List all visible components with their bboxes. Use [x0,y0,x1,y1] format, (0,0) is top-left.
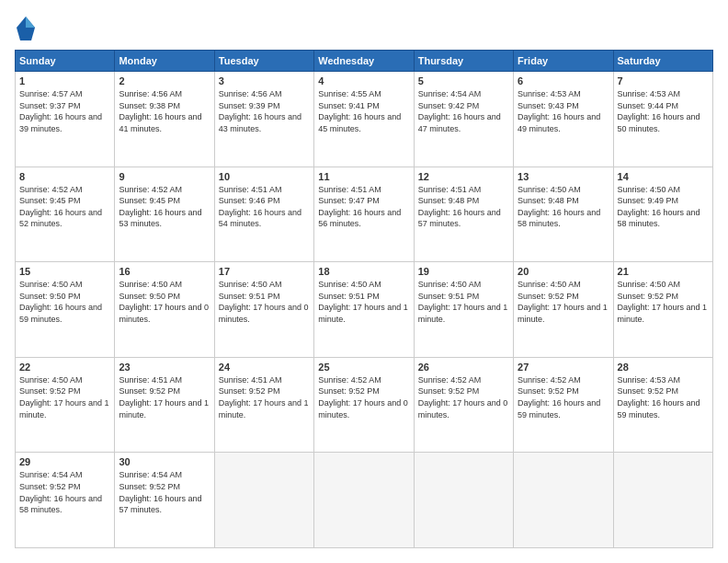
day-info: Sunrise: 4:52 AMSunset: 9:52 PMDaylight:… [318,375,408,419]
calendar-day-header: Monday [115,51,214,72]
day-number: 20 [518,266,609,277]
calendar-day-cell: 26Sunrise: 4:52 AMSunset: 9:52 PMDayligh… [414,357,513,453]
day-info: Sunrise: 4:50 AMSunset: 9:51 PMDaylight:… [318,280,408,324]
day-number: 23 [119,362,210,373]
day-number: 27 [518,362,609,373]
calendar-day-cell: 11Sunrise: 4:51 AMSunset: 9:47 PMDayligh… [314,167,414,262]
calendar-day-cell: 25Sunrise: 4:52 AMSunset: 9:52 PMDayligh… [314,357,414,453]
day-number: 17 [219,266,310,277]
day-info: Sunrise: 4:52 AMSunset: 9:45 PMDaylight:… [119,185,201,229]
logo-icon [15,15,37,40]
calendar-day-cell: 27Sunrise: 4:52 AMSunset: 9:52 PMDayligh… [514,357,613,453]
day-info: Sunrise: 4:50 AMSunset: 9:51 PMDaylight:… [418,280,508,324]
calendar-day-cell: 8Sunrise: 4:52 AMSunset: 9:45 PMDaylight… [16,167,115,262]
day-info: Sunrise: 4:52 AMSunset: 9:52 PMDaylight:… [518,375,600,419]
calendar-week-row: 22Sunrise: 4:50 AMSunset: 9:52 PMDayligh… [16,357,713,453]
day-info: Sunrise: 4:51 AMSunset: 9:48 PMDaylight:… [418,185,501,229]
calendar-day-cell: 21Sunrise: 4:50 AMSunset: 9:52 PMDayligh… [613,262,712,358]
day-number: 26 [418,362,509,373]
calendar-day-cell: 6Sunrise: 4:53 AMSunset: 9:43 PMDaylight… [514,72,613,167]
calendar-day-cell: 17Sunrise: 4:50 AMSunset: 9:51 PMDayligh… [214,262,313,358]
calendar-day-cell [613,453,712,548]
calendar-day-cell: 15Sunrise: 4:50 AMSunset: 9:50 PMDayligh… [16,262,115,358]
day-info: Sunrise: 4:55 AMSunset: 9:41 PMDaylight:… [318,89,401,133]
calendar-day-cell: 22Sunrise: 4:50 AMSunset: 9:52 PMDayligh… [16,357,115,453]
day-info: Sunrise: 4:50 AMSunset: 9:48 PMDaylight:… [518,185,600,229]
day-info: Sunrise: 4:50 AMSunset: 9:52 PMDaylight:… [618,280,708,324]
day-number: 7 [618,75,709,86]
calendar-day-header: Friday [514,51,613,72]
day-info: Sunrise: 4:51 AMSunset: 9:46 PMDaylight:… [219,185,301,229]
day-number: 2 [119,75,210,86]
calendar-day-cell: 23Sunrise: 4:51 AMSunset: 9:52 PMDayligh… [115,357,214,453]
day-number: 12 [418,171,509,182]
day-info: Sunrise: 4:50 AMSunset: 9:50 PMDaylight:… [19,280,102,324]
calendar-day-cell: 4Sunrise: 4:55 AMSunset: 9:41 PMDaylight… [314,72,414,167]
day-number: 15 [19,266,110,277]
day-number: 13 [518,171,609,182]
day-number: 16 [119,266,210,277]
day-number: 18 [318,266,409,277]
day-number: 11 [318,171,409,182]
calendar-day-cell: 14Sunrise: 4:50 AMSunset: 9:49 PMDayligh… [613,167,712,262]
calendar-day-cell [214,453,313,548]
day-number: 4 [318,75,409,86]
calendar-day-cell: 10Sunrise: 4:51 AMSunset: 9:46 PMDayligh… [214,167,313,262]
calendar-week-row: 29Sunrise: 4:54 AMSunset: 9:52 PMDayligh… [16,453,713,548]
day-number: 3 [219,75,310,86]
calendar-day-cell [514,453,613,548]
day-info: Sunrise: 4:50 AMSunset: 9:50 PMDaylight:… [119,280,209,324]
day-info: Sunrise: 4:54 AMSunset: 9:42 PMDaylight:… [418,89,501,133]
calendar-week-row: 15Sunrise: 4:50 AMSunset: 9:50 PMDayligh… [16,262,713,358]
calendar-day-cell: 2Sunrise: 4:56 AMSunset: 9:38 PMDaylight… [115,72,214,167]
day-number: 28 [618,362,709,373]
calendar-week-row: 1Sunrise: 4:57 AMSunset: 9:37 PMDaylight… [16,72,713,167]
day-number: 1 [19,75,110,86]
day-info: Sunrise: 4:57 AMSunset: 9:37 PMDaylight:… [19,89,102,133]
day-number: 21 [618,266,709,277]
svg-marker-1 [26,17,35,28]
day-info: Sunrise: 4:56 AMSunset: 9:39 PMDaylight:… [219,89,301,133]
day-number: 24 [219,362,310,373]
logo [15,15,40,40]
day-info: Sunrise: 4:50 AMSunset: 9:51 PMDaylight:… [219,280,309,324]
day-info: Sunrise: 4:50 AMSunset: 9:49 PMDaylight:… [618,185,700,229]
day-info: Sunrise: 4:53 AMSunset: 9:43 PMDaylight:… [518,89,600,133]
calendar-day-cell: 5Sunrise: 4:54 AMSunset: 9:42 PMDaylight… [414,72,513,167]
calendar-day-cell: 16Sunrise: 4:50 AMSunset: 9:50 PMDayligh… [115,262,214,358]
calendar-day-header: Sunday [16,51,115,72]
calendar-day-header: Wednesday [314,51,414,72]
calendar-header-row: SundayMondayTuesdayWednesdayThursdayFrid… [16,51,713,72]
day-number: 30 [119,456,210,467]
day-number: 14 [618,171,709,182]
calendar-day-header: Tuesday [214,51,313,72]
calendar-day-cell [314,453,414,548]
calendar-week-row: 8Sunrise: 4:52 AMSunset: 9:45 PMDaylight… [16,167,713,262]
day-info: Sunrise: 4:53 AMSunset: 9:52 PMDaylight:… [618,375,700,419]
calendar-day-header: Saturday [613,51,712,72]
day-info: Sunrise: 4:51 AMSunset: 9:52 PMDaylight:… [119,375,209,419]
calendar-day-cell: 13Sunrise: 4:50 AMSunset: 9:48 PMDayligh… [514,167,613,262]
day-number: 22 [19,362,110,373]
calendar-day-cell: 29Sunrise: 4:54 AMSunset: 9:52 PMDayligh… [16,453,115,548]
day-info: Sunrise: 4:51 AMSunset: 9:47 PMDaylight:… [318,185,401,229]
calendar-table: SundayMondayTuesdayWednesdayThursdayFrid… [15,50,713,548]
day-number: 5 [418,75,509,86]
day-number: 29 [19,456,110,467]
calendar-day-cell: 24Sunrise: 4:51 AMSunset: 9:52 PMDayligh… [214,357,313,453]
calendar-day-cell: 30Sunrise: 4:54 AMSunset: 9:52 PMDayligh… [115,453,214,548]
day-number: 6 [518,75,609,86]
day-info: Sunrise: 4:52 AMSunset: 9:52 PMDaylight:… [418,375,508,419]
day-info: Sunrise: 4:50 AMSunset: 9:52 PMDaylight:… [19,375,109,419]
calendar-day-cell: 12Sunrise: 4:51 AMSunset: 9:48 PMDayligh… [414,167,513,262]
day-number: 9 [119,171,210,182]
day-info: Sunrise: 4:52 AMSunset: 9:45 PMDaylight:… [19,185,102,229]
calendar-day-cell: 28Sunrise: 4:53 AMSunset: 9:52 PMDayligh… [613,357,712,453]
day-info: Sunrise: 4:54 AMSunset: 9:52 PMDaylight:… [119,470,201,514]
day-info: Sunrise: 4:51 AMSunset: 9:52 PMDaylight:… [219,375,309,419]
calendar-day-cell: 19Sunrise: 4:50 AMSunset: 9:51 PMDayligh… [414,262,513,358]
calendar-day-cell: 3Sunrise: 4:56 AMSunset: 9:39 PMDaylight… [214,72,313,167]
day-number: 19 [418,266,509,277]
calendar-day-cell: 18Sunrise: 4:50 AMSunset: 9:51 PMDayligh… [314,262,414,358]
day-number: 25 [318,362,409,373]
